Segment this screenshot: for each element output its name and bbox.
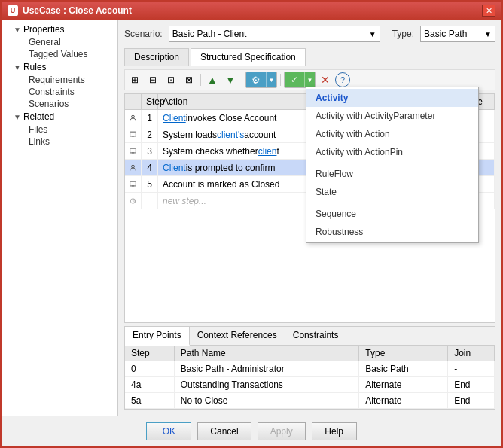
menu-item-ruleflow[interactable]: RuleFlow: [306, 165, 478, 183]
toolbar-outdent-icon[interactable]: ⊡: [163, 72, 179, 87]
row-icon-cell: [125, 143, 142, 159]
bottom-tab-bar: Entry Points Context References Constrai…: [125, 327, 495, 346]
toolbar-up-icon[interactable]: ▲: [204, 72, 221, 87]
properties-header[interactable]: ▼ Properties: [11, 23, 114, 36]
btd-join: End: [448, 377, 495, 393]
btd-path-name: Basic Path - Administrator: [174, 361, 359, 377]
type-select[interactable]: Basic Path ▼: [420, 26, 495, 42]
cancel-button[interactable]: Cancel: [197, 422, 251, 440]
bottom-tab-constraints[interactable]: Constraints: [285, 327, 347, 345]
toolbar-table-icon[interactable]: ⊞: [127, 72, 143, 87]
bottom-tab-context-refs[interactable]: Context References: [190, 327, 285, 345]
help-button[interactable]: Help: [312, 422, 357, 440]
bth-type: Type: [359, 346, 448, 361]
scenario-value: Basic Path - Client: [172, 29, 247, 39]
related-label: Related: [23, 111, 54, 122]
sidebar-item-tagged-values[interactable]: Tagged Values: [26, 48, 114, 60]
btd-step: 4a: [125, 377, 174, 393]
monitor-icon3: [130, 179, 136, 190]
th-step: Step: [142, 94, 158, 109]
footer: OK Cancel Apply Help: [2, 416, 501, 446]
ok-button[interactable]: OK: [146, 422, 191, 440]
tab-description[interactable]: Description: [124, 48, 189, 66]
toolbar-delete-icon[interactable]: ⊠: [181, 72, 197, 87]
type-value: Basic Path: [424, 29, 467, 39]
svg-rect-4: [130, 148, 136, 153]
sidebar-item-general[interactable]: General: [26, 36, 114, 48]
main-window: U UseCase : Close Account ✕ ▼ Properties…: [0, 0, 503, 448]
bth-path-name: Path Name: [174, 346, 359, 361]
expand-icon3: ▼: [14, 113, 21, 121]
btd-type: Alternate: [359, 393, 448, 409]
menu-sep2: [306, 203, 478, 203]
row-icon-cell: [125, 176, 142, 192]
table-row[interactable]: 0 Basic Path - Administrator Basic Path …: [125, 361, 495, 377]
menu-item-state[interactable]: State: [306, 183, 478, 201]
monitor-icon2: [130, 146, 136, 157]
check-button[interactable]: ✓: [285, 72, 304, 87]
rules-section: ▼ Rules Requirements Constraints Scenari…: [11, 60, 114, 110]
svg-text:✎: ✎: [132, 197, 136, 204]
btd-path-name: Outstanding Transactions: [174, 377, 359, 393]
menu-sep1: [306, 163, 478, 163]
title-bar: U UseCase : Close Account ✕: [2, 2, 501, 20]
scenario-label: Scenario:: [124, 29, 163, 39]
check-button-group: ✓ ▼: [284, 72, 316, 88]
sidebar-item-files[interactable]: Files: [26, 123, 114, 136]
btd-join: End: [448, 393, 495, 409]
monitor-icon: [130, 130, 136, 140]
btd-type: Alternate: [359, 377, 448, 393]
toolbar: ⊞ ⊟ ⊡ ⊠ ▲ ▼ ⚙ ▼ ✓ ▼ ✕ ?: [124, 69, 495, 90]
check-dropdown-arrow[interactable]: ▼: [304, 72, 315, 87]
step-num: 3: [142, 143, 158, 159]
tab-bar: Description Structured Specification: [124, 48, 495, 66]
sidebar-item-constraints[interactable]: Constraints: [26, 86, 114, 98]
add-dropdown-arrow[interactable]: ▼: [266, 72, 276, 87]
step-num: [142, 193, 158, 209]
bottom-tab-entry-points[interactable]: Entry Points: [125, 327, 190, 346]
menu-item-robustness[interactable]: Robustness: [306, 223, 478, 241]
sidebar-item-requirements[interactable]: Requirements: [26, 74, 114, 86]
row-icon-cell: [125, 126, 142, 142]
btd-step: 0: [125, 361, 174, 377]
apply-button[interactable]: Apply: [258, 422, 306, 440]
sidebar-item-scenarios[interactable]: Scenarios: [26, 98, 114, 110]
sidebar-item-links[interactable]: Links: [26, 136, 114, 148]
related-section: ▼ Related Files Links: [11, 110, 114, 148]
th-icon: [125, 94, 142, 109]
step-num: 1: [142, 110, 158, 126]
toolbar-down-icon[interactable]: ▼: [222, 72, 239, 87]
table-row[interactable]: 4a Outstanding Transactions Alternate En…: [125, 377, 495, 393]
toolbar-indent-icon[interactable]: ⊟: [145, 72, 161, 87]
action-link[interactable]: clien: [258, 146, 277, 157]
new-step-text: new step...: [163, 196, 206, 206]
menu-item-activity-action[interactable]: Activity with Action: [306, 125, 478, 143]
step-num: 4: [142, 160, 158, 175]
menu-item-sequence[interactable]: Sequence: [306, 205, 478, 223]
action-link[interactable]: Client: [163, 163, 186, 173]
row-icon-cell: [125, 160, 142, 175]
rules-header[interactable]: ▼ Rules: [11, 60, 114, 74]
svg-point-7: [132, 165, 135, 168]
person-icon2: [130, 163, 136, 173]
menu-item-activity-param[interactable]: Activity with ActivityParameter: [306, 107, 478, 125]
add-activity-button[interactable]: ⚙: [246, 72, 266, 87]
scenario-select[interactable]: Basic Path - Client ▼: [169, 26, 380, 42]
properties-label: Properties: [23, 24, 65, 35]
x-button[interactable]: ✕: [317, 72, 334, 87]
action-link[interactable]: Client: [163, 113, 186, 123]
person-icon: [130, 113, 136, 123]
table-row[interactable]: 5a No to Close Alternate End: [125, 393, 495, 409]
tab-structured-specification[interactable]: Structured Specification: [191, 48, 306, 66]
svg-rect-8: [130, 181, 136, 186]
scenario-row: Scenario: Basic Path - Client ▼ Type: Ba…: [124, 26, 495, 42]
menu-item-activity[interactable]: Activity: [306, 89, 478, 107]
action-link[interactable]: client's: [217, 130, 244, 140]
activity-dropdown-menu: Activity Activity with ActivityParameter…: [306, 87, 479, 243]
help-button[interactable]: ?: [335, 72, 350, 87]
menu-item-activity-actionpin[interactable]: Activity with ActionPin: [306, 143, 478, 161]
type-label: Type:: [392, 29, 414, 39]
close-button[interactable]: ✕: [482, 5, 495, 17]
btd-path-name: No to Close: [174, 393, 359, 409]
related-header[interactable]: ▼ Related: [11, 110, 114, 123]
